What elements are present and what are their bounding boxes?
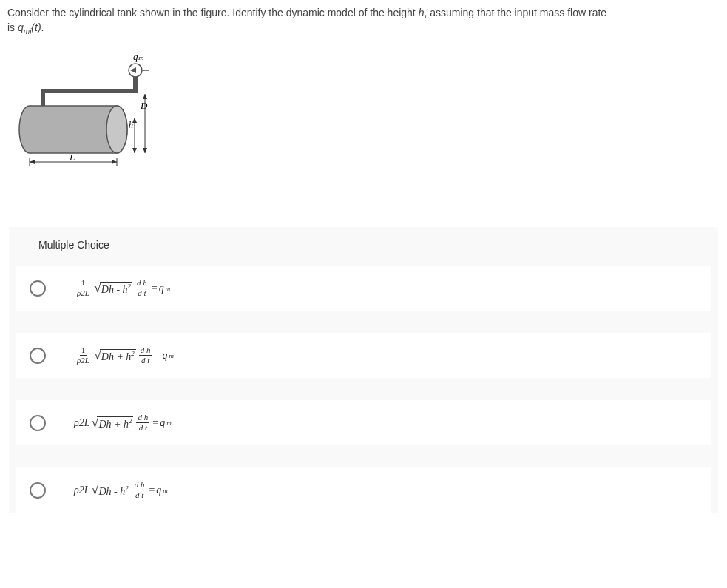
equation-1: 1 ρ2L Dh - h2 d h d t = qm bbox=[74, 279, 170, 297]
equation-4: ρ2L Dh - h2 d h d t = qm bbox=[74, 481, 168, 499]
option-3[interactable]: ρ2L Dh + h2 d h d t = qm bbox=[16, 400, 711, 445]
radio-3[interactable] bbox=[30, 415, 46, 431]
mc-title: Multiple Choice bbox=[9, 234, 718, 266]
radio-4[interactable] bbox=[30, 482, 46, 499]
label-qm: qₘ bbox=[133, 51, 144, 62]
svg-text:h: h bbox=[129, 120, 133, 130]
svg-rect-7 bbox=[30, 106, 117, 153]
svg-marker-12 bbox=[143, 148, 147, 153]
option-2[interactable]: 1 ρ2L Dh + h2 d h d t = qm bbox=[16, 333, 711, 378]
svg-text:L: L bbox=[69, 152, 75, 163]
svg-text:D: D bbox=[140, 100, 148, 111]
equation-2: 1 ρ2L Dh + h2 d h d t = qm bbox=[74, 346, 174, 365]
option-4[interactable]: ρ2L Dh - h2 d h d t = qm bbox=[16, 467, 711, 513]
question-line1-prefix: Consider the cylindrical tank shown in t… bbox=[7, 7, 419, 18]
multiple-choice-container: Multiple Choice 1 ρ2L Dh - h2 d h d t = … bbox=[9, 227, 718, 513]
var-q: q bbox=[18, 21, 24, 33]
radio-2[interactable] bbox=[30, 348, 46, 364]
question-text: Consider the cylindrical tank shown in t… bbox=[0, 0, 727, 39]
svg-point-8 bbox=[106, 106, 127, 153]
svg-marker-11 bbox=[143, 94, 147, 99]
option-1[interactable]: 1 ρ2L Dh - h2 d h d t = qm bbox=[16, 266, 711, 311]
radio-1[interactable] bbox=[30, 280, 46, 297]
tank-figure: qₘ D h L bbox=[13, 50, 161, 175]
svg-marker-20 bbox=[30, 160, 35, 164]
equation-3: ρ2L Dh + h2 d h d t = qm bbox=[74, 413, 172, 432]
question-line2-suffix: . bbox=[41, 21, 44, 33]
svg-marker-16 bbox=[132, 148, 137, 153]
var-q-sub: mi bbox=[24, 27, 32, 35]
svg-marker-21 bbox=[112, 160, 117, 164]
var-q-arg: (t) bbox=[31, 21, 41, 33]
svg-marker-2 bbox=[130, 67, 136, 73]
question-line1-suffix: , assuming that the input mass flow rate bbox=[424, 7, 606, 18]
question-line2-prefix: is bbox=[7, 21, 18, 33]
